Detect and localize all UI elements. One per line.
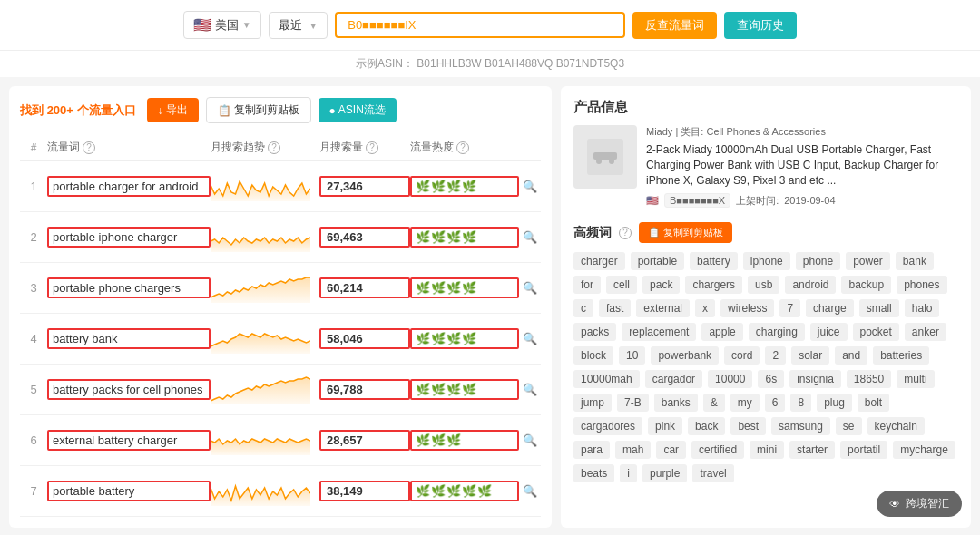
tag-item[interactable]: certified	[691, 441, 744, 459]
tag-item[interactable]: pack	[642, 276, 680, 294]
tag-item[interactable]: best	[730, 417, 766, 435]
tag-item[interactable]: fast	[599, 299, 631, 317]
tag-item[interactable]: 2	[765, 346, 786, 365]
tag-item[interactable]: 18650	[847, 370, 891, 388]
tag-item[interactable]: backup	[841, 276, 891, 294]
tag-item[interactable]: batteries	[873, 346, 929, 365]
tag-item[interactable]: x	[695, 299, 715, 317]
export-button[interactable]: ↓ 导出	[147, 98, 199, 122]
time-selector[interactable]: 最近 ▼	[269, 12, 328, 39]
reverse-query-button[interactable]: 反查流量词	[632, 12, 717, 39]
tag-item[interactable]: plug	[817, 394, 852, 412]
tag-item[interactable]: block	[573, 346, 613, 365]
tag-item[interactable]: small	[859, 299, 899, 317]
trend-cell	[211, 219, 319, 255]
search-action-icon[interactable]: 🔍	[519, 433, 541, 447]
tag-item[interactable]: se	[836, 417, 862, 435]
tag-item[interactable]: car	[656, 441, 686, 459]
search-action-icon[interactable]: 🔍	[519, 383, 541, 396]
tag-item[interactable]: charge	[806, 299, 854, 317]
history-button[interactable]: 查询历史	[724, 12, 797, 39]
tag-item[interactable]: charging	[749, 323, 805, 341]
tag-item[interactable]: 10	[619, 346, 645, 365]
tag-item[interactable]: external	[636, 299, 690, 317]
tag-item[interactable]: cargador	[645, 370, 702, 388]
tag-item[interactable]: halo	[905, 299, 940, 317]
tags-container[interactable]: chargerportablebatteryiphonephonepowerba…	[573, 252, 958, 482]
tag-item[interactable]: apple	[701, 323, 742, 341]
asin-filter-button[interactable]: ● ASIN流选	[318, 98, 397, 122]
heat-cell: 🌿🌿🌿🌿	[410, 379, 519, 400]
tag-item[interactable]: insignia	[789, 370, 841, 388]
tag-item[interactable]: beats	[573, 464, 614, 482]
tag-item[interactable]: portatil	[840, 441, 887, 459]
tag-item[interactable]: phones	[897, 276, 946, 294]
tag-item[interactable]: 6s	[758, 370, 784, 388]
tag-item[interactable]: my	[730, 394, 760, 412]
tag-item[interactable]: power	[846, 252, 890, 270]
tag-item[interactable]: &	[703, 394, 725, 412]
tag-item[interactable]: cord	[724, 346, 760, 365]
tag-item[interactable]: purple	[642, 464, 687, 482]
tag-item[interactable]: powerbank	[651, 346, 719, 365]
table-row: 5 battery packs for cell phones 69,788 🌿…	[20, 365, 541, 415]
table-header: # 流量词 ? 月搜索趋势 ? 月搜索量 ? 流量热度 ?	[20, 134, 541, 161]
search-action-icon[interactable]: 🔍	[519, 332, 541, 345]
tag-item[interactable]: portable	[631, 252, 684, 270]
tag-item[interactable]: pink	[648, 417, 682, 435]
tag-item[interactable]: 6	[765, 394, 786, 412]
tag-item[interactable]: phone	[796, 252, 840, 270]
tag-item[interactable]: 8	[790, 394, 811, 412]
tag-item[interactable]: for	[573, 276, 601, 294]
search-action-icon[interactable]: 🔍	[519, 230, 541, 244]
search-input[interactable]	[335, 12, 625, 38]
search-action-icon[interactable]: 🔍	[519, 281, 541, 295]
tag-item[interactable]: 10000mah	[573, 370, 640, 388]
tag-item[interactable]: travel	[692, 464, 733, 482]
tag-item[interactable]: i	[620, 464, 637, 482]
save-tags-button[interactable]: 📋 复制到剪贴板	[639, 222, 732, 243]
tag-item[interactable]: mycharge	[893, 441, 956, 459]
tag-item[interactable]: juice	[810, 323, 848, 341]
tag-item[interactable]: battery	[690, 252, 738, 270]
tag-item[interactable]: cell	[606, 276, 637, 294]
heat-leaf: 🌿	[416, 484, 430, 498]
tag-item[interactable]: 10000	[708, 370, 752, 388]
heat-leaf: 🌿	[416, 230, 430, 244]
tag-item[interactable]: mini	[750, 441, 784, 459]
copy-button[interactable]: 📋 复制到剪贴板	[206, 97, 311, 123]
tag-item[interactable]: back	[688, 417, 725, 435]
tag-item[interactable]: anker	[905, 323, 946, 341]
tag-item[interactable]: android	[785, 276, 836, 294]
tag-item[interactable]: usb	[748, 276, 779, 294]
tag-item[interactable]: cargadores	[573, 417, 642, 435]
tag-item[interactable]: and	[835, 346, 867, 365]
tag-item[interactable]: 7-B	[617, 394, 649, 412]
tag-item[interactable]: iphone	[743, 252, 790, 270]
tag-item[interactable]: bolt	[858, 394, 889, 412]
tag-item[interactable]: c	[573, 299, 593, 317]
tag-item[interactable]: wireless	[720, 299, 774, 317]
tag-item[interactable]: bank	[896, 252, 934, 270]
tag-item[interactable]: samsung	[771, 417, 830, 435]
tag-item[interactable]: replacement	[622, 323, 696, 341]
keyword-cell: battery packs for cell phones	[47, 379, 211, 400]
tag-item[interactable]: para	[573, 441, 610, 459]
toolbar: 找到 200+ 个流量入口 ↓ 导出 📋 复制到剪贴板 ● ASIN流选	[20, 97, 541, 123]
tag-item[interactable]: solar	[791, 346, 829, 365]
tag-item[interactable]: packs	[573, 323, 616, 341]
tag-item[interactable]: starter	[789, 441, 835, 459]
tag-item[interactable]: jump	[573, 394, 612, 412]
search-action-icon[interactable]: 🔍	[519, 180, 541, 193]
tag-item[interactable]: banks	[654, 394, 698, 412]
tag-item[interactable]: 7	[779, 299, 800, 317]
tag-item[interactable]: multi	[897, 370, 934, 388]
tag-item[interactable]: mah	[615, 441, 651, 459]
trend-cell	[211, 423, 319, 458]
tag-item[interactable]: charger	[573, 252, 625, 270]
tag-item[interactable]: pocket	[853, 323, 899, 341]
search-action-icon[interactable]: 🔍	[519, 484, 541, 498]
tag-item[interactable]: chargers	[685, 276, 742, 294]
tag-item[interactable]: keychain	[867, 417, 925, 435]
country-selector[interactable]: 🇺🇸 美国 ▼	[183, 11, 261, 39]
